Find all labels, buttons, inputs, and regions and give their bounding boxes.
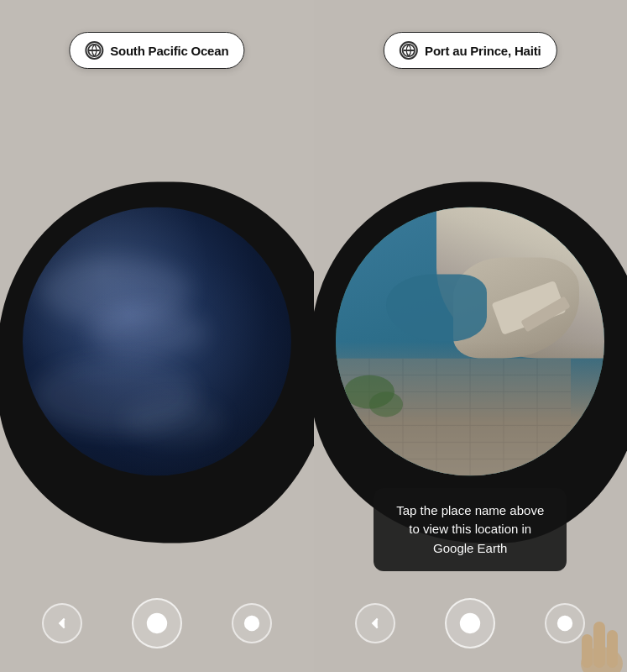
ocean-view: [23, 207, 291, 475]
globe-viewport-left: [23, 207, 291, 475]
info-tooltip: Tap the place name above to view this lo…: [374, 488, 567, 572]
bottom-controls-left: [0, 598, 314, 648]
location-icon-right: [400, 41, 418, 60]
location-label-right: Port au Prince, Haiti: [425, 44, 541, 58]
globe-button-right[interactable]: [445, 598, 495, 648]
location-pill-right[interactable]: Port au Prince, Haiti: [384, 32, 556, 69]
svg-rect-34: [582, 634, 593, 668]
location-icon-left: [85, 41, 103, 60]
tooltip-text: Tap the place name above to view this lo…: [396, 503, 544, 555]
globe-viewport-right: [336, 207, 604, 475]
cloud-2: [90, 307, 207, 358]
cloud-4: [123, 400, 224, 442]
left-panel: South Pacific Ocean: [0, 0, 314, 672]
vegetation-2: [369, 391, 403, 417]
back-button-left[interactable]: [42, 603, 82, 643]
location-pill-left[interactable]: South Pacific Ocean: [69, 32, 244, 69]
globe-button-left[interactable]: [132, 598, 182, 648]
hand-hint: [568, 588, 627, 672]
location-label-left: South Pacific Ocean: [110, 44, 228, 58]
right-panel: Port au Prince, Haiti: [314, 0, 628, 672]
globe-inner-right: [336, 207, 604, 475]
compass-button-left[interactable]: [232, 603, 272, 643]
satellite-view: [336, 207, 604, 475]
svg-rect-32: [593, 622, 605, 668]
globe-inner-left: [23, 207, 291, 475]
svg-rect-33: [607, 630, 618, 668]
back-button-right[interactable]: [355, 603, 395, 643]
